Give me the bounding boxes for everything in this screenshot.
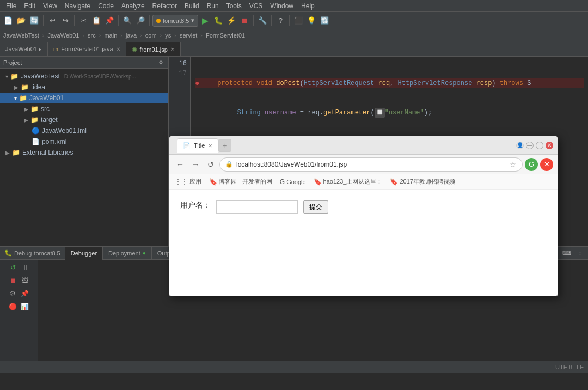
breadcrumb-com[interactable]: com xyxy=(145,32,157,39)
run-btn[interactable]: ▶ xyxy=(199,15,211,27)
menu-window[interactable]: Window xyxy=(266,1,297,11)
redo-btn[interactable]: ↪ xyxy=(59,15,71,27)
debug-settings-btn[interactable]: ⚙ xyxy=(8,288,19,299)
paste-btn[interactable]: 📌 xyxy=(103,15,115,27)
tab-deployment[interactable]: Deployment ● xyxy=(103,247,152,260)
debug-layout-btn[interactable]: 📊 xyxy=(20,301,30,312)
line17-spacer xyxy=(206,108,237,118)
sync-btn[interactable]: 🔄 xyxy=(28,15,40,27)
tree-extlibs[interactable]: ▶ 📁 External Libraries xyxy=(0,147,168,158)
bookmark-apps[interactable]: ⋮⋮ 应用 xyxy=(175,178,201,186)
new-file-btn[interactable]: 📄 xyxy=(2,15,14,27)
url-bar[interactable]: 🔒 localhost:8080/JaveWeb01/from01.jsp ☆ xyxy=(219,157,523,172)
debug-more-btn[interactable]: ⋮ xyxy=(574,247,586,259)
menu-vcs[interactable]: VCS xyxy=(246,1,267,11)
line16-paren: ( xyxy=(299,78,303,88)
tab-debugger[interactable]: Debugger xyxy=(65,247,103,260)
breadcrumb-ys[interactable]: ys xyxy=(165,32,171,39)
tab-from01[interactable]: ◉ from01.jsp ✕ xyxy=(126,42,181,56)
submit-btn[interactable]: 提交 xyxy=(303,200,328,214)
power-btn[interactable]: 💡 xyxy=(305,15,317,27)
sidebar: Project ⚙ ▾ 📁 JavaWebTest D:\WorkSpace\I… xyxy=(0,57,169,246)
tree-src[interactable]: ▶ 📁 src xyxy=(0,103,168,114)
bookmark-cnblogs[interactable]: 🔖 博客园 - 开发者的网 xyxy=(209,178,272,186)
tree-javawebtest-arrow: ▾ xyxy=(5,74,8,80)
bookmark-google[interactable]: G Google xyxy=(280,178,306,186)
sidebar-settings-btn[interactable]: ⚙ xyxy=(156,58,165,67)
breadcrumb-java[interactable]: java xyxy=(126,32,137,39)
undo-btn[interactable]: ↩ xyxy=(46,15,58,27)
debug-pause-btn[interactable]: ⏸ xyxy=(20,262,30,273)
tree-target-arrow: ▶ xyxy=(24,117,28,123)
breadcrumb-servlet[interactable]: servlet xyxy=(180,32,197,39)
line17-debug-indicator: 🔲 xyxy=(375,108,385,118)
menu-tools[interactable]: Tools xyxy=(223,1,246,11)
coverage-btn[interactable]: ⚡ xyxy=(225,15,237,27)
find-btn[interactable]: 🔍 xyxy=(121,15,133,27)
lock-icon: 🔒 xyxy=(225,161,233,168)
menu-build[interactable]: Build xyxy=(181,1,203,11)
breadcrumb-javaweb01[interactable]: JavaWeb01 xyxy=(48,32,79,39)
tab-formservlet-close[interactable]: ✕ xyxy=(116,46,120,52)
copy-btn[interactable]: 📋 xyxy=(90,15,102,27)
stop-btn[interactable]: ⏹ xyxy=(238,15,250,27)
tab-from01-close[interactable]: ✕ xyxy=(170,46,175,52)
debug-restart-btn[interactable]: ↺ xyxy=(8,262,19,273)
browser-tab-close[interactable]: ✕ xyxy=(208,143,212,149)
menu-edit[interactable]: Edit xyxy=(20,1,39,11)
menu-navigate[interactable]: Navigate xyxy=(61,1,94,11)
menu-file[interactable]: File xyxy=(2,1,20,11)
menu-run[interactable]: Run xyxy=(203,1,223,11)
menu-analyze[interactable]: Analyze xyxy=(118,1,149,11)
stop-loading-btn[interactable]: ✕ xyxy=(540,158,553,171)
run-config[interactable]: tomcat8.5 ▾ xyxy=(152,15,198,27)
debug-stop-btn[interactable]: ⏹ xyxy=(8,275,19,286)
open-btn[interactable]: 📂 xyxy=(15,15,27,27)
breadcrumb-formservlet01[interactable]: FormServlet01 xyxy=(206,32,245,39)
username-input[interactable] xyxy=(216,200,298,214)
back-btn[interactable]: ← xyxy=(174,158,187,171)
tab-debugger-label: Debugger xyxy=(71,250,97,257)
debug-evaluate-btn[interactable]: ⌨ xyxy=(561,247,573,259)
star-btn[interactable]: ☆ xyxy=(510,160,517,169)
line17-paramval: "userName" xyxy=(385,108,424,118)
menu-help[interactable]: Help xyxy=(297,1,318,11)
update-btn[interactable]: ⬛ xyxy=(292,15,304,27)
browser-tab-title[interactable]: 📄 Title ✕ xyxy=(177,138,218,153)
sep3 xyxy=(118,15,119,26)
tab-javaweb01[interactable]: JavaWeb01 ▸ xyxy=(0,42,48,56)
forward-btn[interactable]: → xyxy=(189,158,202,171)
ant-btn[interactable]: 🔧 xyxy=(256,15,268,27)
replace-btn[interactable]: 🔎 xyxy=(134,15,146,27)
tree-idea[interactable]: ▶ 📁 .idea xyxy=(0,82,168,93)
run-config-arrow: ▾ xyxy=(191,17,194,24)
tree-target[interactable]: ▶ 📁 target xyxy=(0,114,168,125)
breadcrumb-javawebtest[interactable]: JavaWebTest xyxy=(3,32,39,39)
user-icon-btn[interactable]: 👤 xyxy=(516,142,524,149)
bookmark-hao123[interactable]: 🔖 hao123_上网从这里： xyxy=(314,178,383,186)
reload-btn[interactable]: ↺ xyxy=(204,158,217,171)
debug-frames-btn[interactable]: 🖼 xyxy=(20,275,30,286)
tree-javaweb01[interactable]: ▾ 📁 JavaWeb01 xyxy=(0,93,168,103)
breadcrumb-main[interactable]: main xyxy=(104,32,117,39)
cut-btn[interactable]: ✂ xyxy=(77,15,89,27)
spinner-btn[interactable]: 🔃 xyxy=(318,15,330,27)
close-btn[interactable]: ✕ xyxy=(546,142,553,149)
maximize-btn[interactable]: □ xyxy=(536,142,543,149)
menu-refactor[interactable]: Refactor xyxy=(149,1,181,11)
minimize-btn[interactable]: — xyxy=(526,142,534,149)
tree-pom[interactable]: 📄 pom.xml xyxy=(0,136,168,147)
help-btn[interactable]: ? xyxy=(274,15,286,27)
chrome-icon-btn[interactable]: G xyxy=(525,158,538,171)
tab-formservlet[interactable]: m FormServlet01.java ✕ xyxy=(48,42,126,56)
debug-btn[interactable]: 🐛 xyxy=(212,15,224,27)
bookmark-teacher[interactable]: 🔖 2017年教师招聘视频 xyxy=(390,178,455,186)
breadcrumb-src[interactable]: src xyxy=(88,32,96,39)
new-tab-btn[interactable]: + xyxy=(218,139,231,152)
menu-view[interactable]: View xyxy=(39,1,61,11)
debug-pin-btn[interactable]: 📌 xyxy=(20,288,30,299)
menu-code[interactable]: Code xyxy=(94,1,118,11)
debug-restore-btn[interactable]: 🔴 xyxy=(8,301,19,312)
tree-javawebtest[interactable]: ▾ 📁 JavaWebTest D:\WorkSpace\IDEAWorksp.… xyxy=(0,71,168,82)
tree-iml[interactable]: 🔵 JavaWeb01.iml xyxy=(0,125,168,136)
